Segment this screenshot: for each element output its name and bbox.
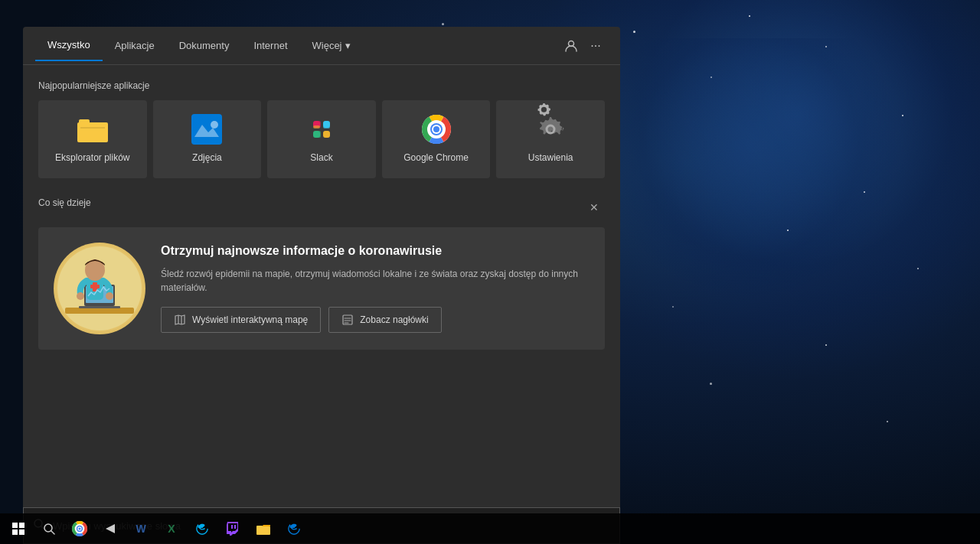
- svg-point-19: [433, 126, 439, 132]
- svg-rect-34: [12, 523, 18, 528]
- taskbar-excel-button[interactable]: X: [158, 515, 185, 542]
- app-tile-chrome[interactable]: Google Chrome: [382, 100, 491, 178]
- tab-documents[interactable]: Dokumenty: [167, 31, 242, 60]
- svg-line-39: [51, 531, 54, 534]
- news-card: Otrzymuj najnowsze informacje o koronawi…: [38, 227, 605, 350]
- news-illustration: [54, 243, 145, 334]
- user-icon-button[interactable]: [559, 34, 583, 58]
- news-close-button[interactable]: ✕: [583, 197, 605, 218]
- svg-rect-36: [12, 529, 18, 535]
- apps-grid: Eksplorator plików: [38, 100, 605, 178]
- taskbar-files-button[interactable]: [250, 515, 277, 542]
- settings-icon: [535, 114, 566, 145]
- headlines-icon: [341, 314, 354, 326]
- headlines-button-label: Zobacz nagłówki: [360, 314, 428, 325]
- ellipsis-icon: ···: [590, 39, 600, 53]
- slack-label: Slack: [310, 152, 332, 165]
- app-tile-photos[interactable]: Zdjęcia: [153, 100, 262, 178]
- explorer-icon: [77, 114, 108, 145]
- map-button[interactable]: Wyświetl interaktywną mapę: [161, 307, 321, 333]
- svg-rect-28: [90, 285, 100, 288]
- svg-rect-48: [256, 526, 263, 528]
- popular-apps-title: Najpopularniejsze aplikacje: [38, 80, 605, 91]
- headlines-button[interactable]: Zobacz nagłówki: [328, 307, 441, 333]
- photos-label: Zdjęcia: [192, 152, 222, 165]
- slack-icon: [306, 114, 337, 145]
- tabs-bar: Wszystko Aplikacje Dokumenty Internet Wi…: [23, 27, 620, 65]
- taskbar-arrow-button[interactable]: [96, 515, 124, 542]
- svg-rect-35: [19, 523, 24, 528]
- svg-rect-13: [318, 131, 321, 138]
- svg-point-29: [77, 292, 84, 300]
- taskbar-chrome-button[interactable]: [66, 515, 93, 542]
- chevron-down-icon: ▾: [345, 40, 351, 51]
- svg-rect-14: [313, 125, 320, 129]
- news-section-title: Co się dzieje: [38, 197, 91, 208]
- tab-more-label: Więcej: [312, 40, 342, 51]
- svg-point-6: [211, 121, 218, 129]
- news-card-title: Otrzymuj najnowsze informacje o koronawi…: [161, 243, 590, 259]
- start-menu-panel: Wszystko Aplikacje Dokumenty Internet Wi…: [23, 27, 620, 516]
- settings-label: Ustawienia: [528, 152, 573, 165]
- svg-rect-24: [79, 306, 120, 308]
- map-icon: [174, 314, 186, 326]
- tab-apps[interactable]: Aplikacje: [103, 31, 167, 60]
- chrome-label: Google Chrome: [403, 152, 469, 165]
- svg-rect-12: [323, 125, 330, 129]
- app-tile-explorer[interactable]: Eksplorator plików: [38, 100, 147, 178]
- svg-rect-3: [80, 127, 105, 129]
- explorer-label: Eksplorator plików: [55, 152, 129, 165]
- svg-rect-37: [19, 529, 24, 535]
- tab-all[interactable]: Wszystko: [35, 30, 103, 61]
- news-text-content: Otrzymuj najnowsze informacje o koronawi…: [161, 243, 590, 333]
- news-card-description: Śledź rozwój epidemii na mapie, otrzymuj…: [161, 267, 590, 295]
- svg-rect-46: [234, 525, 236, 529]
- chrome-icon: [421, 114, 452, 145]
- taskbar-word-button[interactable]: W: [127, 515, 155, 542]
- svg-point-30: [106, 292, 113, 300]
- app-tile-slack[interactable]: Slack: [267, 100, 376, 178]
- main-content-area: Najpopularniejsze aplikacje Eksplorator …: [23, 65, 620, 516]
- news-section-header: Co się dzieje ✕: [38, 197, 605, 218]
- svg-point-44: [78, 527, 80, 529]
- news-buttons-group: Wyświetl interaktywną mapę Zobacz nagłów…: [161, 307, 590, 333]
- svg-rect-4: [191, 114, 222, 145]
- taskbar-edge-button[interactable]: [188, 515, 216, 542]
- taskbar: W X: [0, 513, 980, 544]
- svg-rect-2: [79, 119, 90, 125]
- tab-internet[interactable]: Internet: [241, 31, 299, 60]
- map-button-label: Wyświetl interaktywną mapę: [192, 314, 308, 325]
- photos-icon: [191, 114, 222, 145]
- news-section: Co się dzieje ✕: [38, 197, 605, 350]
- svg-rect-10: [323, 131, 330, 138]
- app-tile-settings[interactable]: Ustawienia: [496, 100, 605, 178]
- tab-more[interactable]: Więcej ▾: [300, 31, 363, 60]
- more-options-button[interactable]: ···: [583, 34, 608, 58]
- taskbar-start-button[interactable]: [5, 515, 32, 542]
- taskbar-app-button[interactable]: [219, 515, 247, 542]
- svg-rect-21: [65, 308, 134, 314]
- taskbar-search-button[interactable]: [35, 515, 63, 542]
- taskbar-newedge-button[interactable]: [280, 515, 308, 542]
- svg-rect-45: [231, 525, 233, 529]
